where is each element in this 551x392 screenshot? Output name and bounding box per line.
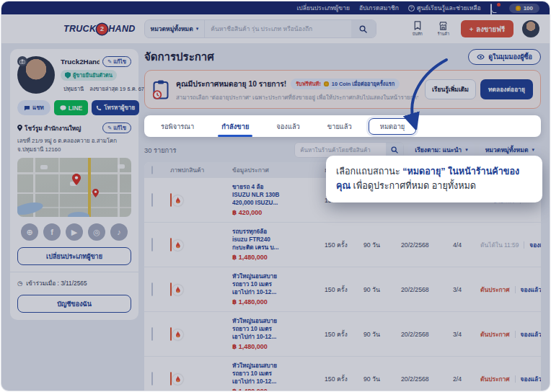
browser-window: เปลี่ยนประเภทผู้ขาย อัปเกรดสมาชิก ?ศูนย์… bbox=[0, 0, 551, 392]
tour-tooltip: เลือกแถบสถานะ “หมดอายุ” ในหน้าร้านค้าของ… bbox=[326, 156, 542, 202]
tab-reserved[interactable]: จองแล้ว bbox=[263, 115, 313, 137]
status-tabs: รอพิจารณากำลังขายจองแล้วขายแล้วหมดอายุ bbox=[144, 115, 541, 137]
tab-sold[interactable]: ขายแล้ว bbox=[314, 115, 366, 137]
tab-expired[interactable]: หมดอายุ bbox=[369, 118, 417, 135]
tab-pending[interactable]: รอพิจารณา bbox=[147, 115, 208, 137]
tab-selling[interactable]: กำลังขาย bbox=[208, 115, 263, 137]
truck2hand-app: เปลี่ยนประเภทผู้ขาย อัปเกรดสมาชิก ?ศูนย์… bbox=[1, 1, 550, 391]
